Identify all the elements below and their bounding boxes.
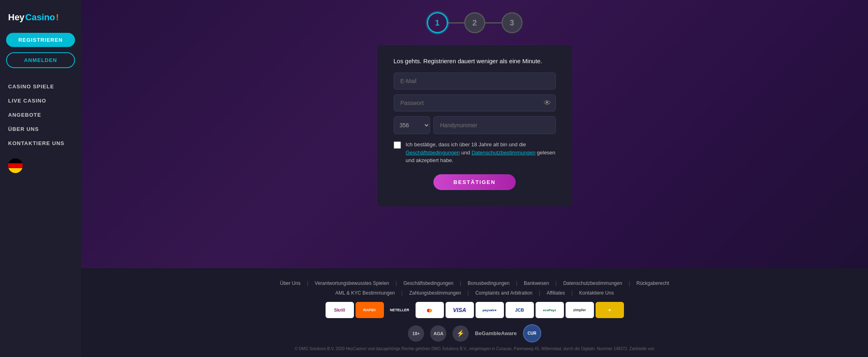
payment-rapid: RAPID! bbox=[356, 302, 384, 318]
step-1-number: 1 bbox=[435, 18, 439, 28]
terms-link[interactable]: Geschäftsbedingungen bbox=[406, 150, 460, 156]
footer-link-kontaktiere-uns[interactable]: Kontaktiere Uns bbox=[579, 290, 614, 296]
step-3-number: 3 bbox=[510, 18, 514, 28]
password-input[interactable] bbox=[394, 94, 556, 111]
login-button[interactable]: ANMELDEN bbox=[6, 52, 75, 68]
footer-links-row2: AML & KYC Bestimmungen | Zahlungsbestimm… bbox=[89, 290, 860, 296]
logo-casino: Casino bbox=[25, 12, 55, 23]
terms-checkbox-row: Ich bestätige, dass ich über 18 Jahre al… bbox=[394, 141, 556, 165]
form-title: Los gehts. Registrieren dauert weniger a… bbox=[394, 58, 556, 64]
sidebar-item-angebote[interactable]: ANGEBOTE bbox=[0, 108, 81, 122]
terms-checkbox[interactable] bbox=[394, 141, 401, 149]
trust-aga-icon: AGA bbox=[430, 325, 446, 342]
registration-steps: 1 2 3 bbox=[427, 12, 523, 33]
payment-icons: Skrill RAPID! NETELLER ● ● VISA paysafe●… bbox=[89, 302, 860, 318]
footer-link-geschaeftsbedingungen[interactable]: Geschäftsbedingungen bbox=[403, 280, 453, 286]
payment-zimpler: zimpler bbox=[566, 302, 594, 318]
footer-link-affiliates[interactable]: Affiliates bbox=[547, 290, 565, 296]
payment-neteller: NETELLER bbox=[386, 302, 414, 318]
sidebar-item-live-casino[interactable]: LIVE CASINO bbox=[0, 94, 81, 108]
payment-other: ★ bbox=[596, 302, 624, 318]
confirm-button[interactable]: BESTÄTIGEN bbox=[433, 174, 516, 190]
trust-icons: 18+ AGA ⚡ BeGambleAware CUR bbox=[89, 324, 860, 342]
flag-red-stripe bbox=[8, 163, 23, 168]
payment-jcb: JCB bbox=[506, 302, 534, 318]
step-1: 1 bbox=[427, 12, 448, 33]
trust-18-icon: 18+ bbox=[408, 325, 424, 342]
payment-visa: VISA bbox=[446, 302, 474, 318]
sidebar-item-ueber-uns[interactable]: ÜBER UNS bbox=[0, 122, 81, 136]
begambleaware-text: BeGambleAware bbox=[475, 330, 517, 336]
footer-link-datenschutz[interactable]: Datenschutzbestimmungen bbox=[563, 280, 622, 286]
password-toggle-icon[interactable]: 👁 bbox=[544, 99, 551, 107]
register-button[interactable]: REGISTRIEREN bbox=[6, 33, 75, 47]
footer-link-rueckgaberecht[interactable]: Rückgaberecht bbox=[637, 280, 669, 286]
logo-hey: Hey bbox=[8, 12, 24, 23]
trust-gaming-icon: ⚡ bbox=[452, 325, 469, 342]
step-2-number: 2 bbox=[472, 18, 477, 28]
step-connector-1 bbox=[448, 22, 464, 24]
flag-gold-stripe bbox=[8, 168, 23, 173]
password-field: 👁 bbox=[394, 94, 556, 111]
footer-links-row1: Über Uns | Verantwortungsbewusstes Spiel… bbox=[89, 280, 860, 286]
footer-link-verantwortung[interactable]: Verantwortungsbewusstes Spielen bbox=[315, 280, 389, 286]
phone-number-input[interactable] bbox=[433, 116, 556, 134]
sidebar-item-kontaktiere-uns[interactable]: KONTAKTIERE UNS bbox=[0, 136, 81, 150]
step-2: 2 bbox=[464, 12, 485, 33]
logo-exclaim: ! bbox=[56, 12, 59, 23]
footer-link-ueber-uns[interactable]: Über Uns bbox=[280, 280, 301, 286]
step-connector-2 bbox=[485, 22, 502, 24]
registration-form: Los gehts. Registrieren dauert weniger a… bbox=[377, 45, 572, 206]
terms-label: Ich bestätige, dass ich über 18 Jahre al… bbox=[406, 141, 556, 165]
footer-link-aml[interactable]: AML & KYC Bestimmungen bbox=[335, 290, 395, 296]
nav-menu: CASINO SPIELE LIVE CASINO ANGEBOTE ÜBER … bbox=[0, 79, 81, 150]
page-wrapper: 1 2 3 Los gehts. Registrieren dauert wen… bbox=[81, 0, 868, 357]
logo: Hey Casino ! bbox=[0, 8, 67, 31]
sidebar-item-casino-spiele[interactable]: CASINO SPIELE bbox=[0, 79, 81, 94]
terms-text-before: Ich bestätige, dass ich über 18 Jahre al… bbox=[406, 141, 526, 148]
footer-link-bonusbedingungen[interactable]: Bonusbedingungen bbox=[467, 280, 509, 286]
payment-skrill: Skrill bbox=[326, 302, 354, 318]
main-content: 1 2 3 Los gehts. Registrieren dauert wen… bbox=[81, 0, 868, 268]
payment-mastercard: ● ● bbox=[416, 302, 444, 318]
flag-black-stripe bbox=[8, 158, 23, 163]
footer: Über Uns | Verantwortungsbewusstes Spiel… bbox=[81, 268, 868, 357]
email-input[interactable] bbox=[394, 73, 556, 90]
email-field bbox=[394, 73, 556, 90]
sidebar: Hey Casino ! REGISTRIEREN ANMELDEN CASIN… bbox=[0, 0, 81, 357]
step-3: 3 bbox=[502, 12, 523, 33]
phone-code-select[interactable]: 356 1 44 49 33 bbox=[394, 116, 430, 134]
phone-field: 356 1 44 49 33 bbox=[394, 116, 556, 134]
payment-paysafe: paysafe● bbox=[476, 302, 504, 318]
footer-link-zahlungsbestimmungen[interactable]: Zahlungsbestimmungen bbox=[409, 290, 461, 296]
language-flag[interactable] bbox=[8, 158, 23, 173]
footer-copyright: © DMG Solutions B.V. 2020 HeyCasino! und… bbox=[89, 346, 860, 351]
footer-link-bankwesen[interactable]: Bankwesen bbox=[524, 280, 549, 286]
privacy-link[interactable]: Datenschutzbestimmungen bbox=[472, 150, 536, 156]
payment-ecopayz: ecoPayz bbox=[536, 302, 564, 318]
terms-text-middle: und bbox=[460, 150, 472, 156]
curacao-icon: CUR bbox=[523, 324, 541, 342]
confirm-button-wrapper: BESTÄTIGEN bbox=[394, 174, 556, 190]
footer-link-complaints[interactable]: Complaints and Arbitration bbox=[475, 290, 532, 296]
